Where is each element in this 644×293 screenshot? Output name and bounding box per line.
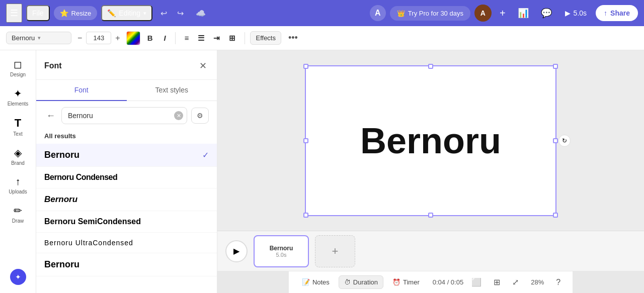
font-size-input[interactable]: [86, 32, 111, 44]
magic-icon: ✦: [10, 269, 26, 285]
effects-button[interactable]: Effects: [250, 31, 281, 45]
sidebar-item-brand[interactable]: ◈ Brand: [2, 143, 34, 170]
font-filter-button[interactable]: ⚙: [191, 108, 209, 124]
font-list-item-bernoru-last[interactable]: Bernoru: [36, 253, 217, 276]
sidebar-item-elements[interactable]: ✦ Elements: [2, 83, 34, 111]
timeline-play-button[interactable]: ▶: [225, 240, 248, 262]
increase-size-button[interactable]: +: [112, 32, 123, 45]
help-button[interactable]: ?: [552, 275, 565, 289]
chevron-down-icon: ▾: [38, 35, 41, 41]
font-list-item-bernoru-semi[interactable]: Bernoru SemiCondensed: [36, 211, 217, 233]
font-back-button[interactable]: ←: [44, 109, 57, 123]
notes-icon: 📝: [302, 278, 310, 286]
timer-button[interactable]: ⏰ Timer: [387, 276, 425, 288]
text-icon: T: [15, 117, 21, 130]
font-list-item-bernoru-bold[interactable]: Bernoru: [36, 188, 217, 211]
analytics-button[interactable]: 📊: [514, 5, 533, 22]
expand-button[interactable]: ⤢: [508, 275, 523, 289]
handle-bottom-right[interactable]: [553, 213, 558, 218]
font-panel-header: Font ✕: [36, 50, 217, 80]
font-search-input[interactable]: [61, 107, 187, 124]
font-panel-close-button[interactable]: ✕: [197, 58, 209, 73]
font-search-clear-button[interactable]: ✕: [174, 111, 183, 120]
font-panel-title: Font: [44, 61, 62, 70]
brand-icon: ◈: [14, 147, 22, 159]
sidebar-item-design[interactable]: ◻ Design: [2, 54, 34, 81]
elements-icon: ✦: [14, 87, 22, 100]
handle-bottom-left[interactable]: [303, 213, 308, 218]
main-content: ◻ Design ✦ Elements T Text ◈ Brand ↑ Upl…: [0, 50, 644, 293]
redo-button[interactable]: ↪: [173, 6, 188, 21]
more-options-button[interactable]: •••: [284, 31, 302, 45]
decrease-size-button[interactable]: −: [74, 32, 85, 45]
selected-checkmark: ✓: [202, 150, 209, 160]
plus-icon: +: [332, 245, 339, 258]
editing-button[interactable]: ✏️ Editing ▾: [101, 5, 152, 21]
comment-button[interactable]: 💬: [537, 5, 556, 22]
uploads-label: Uploads: [9, 189, 27, 194]
hamburger-button[interactable]: ☰: [6, 4, 22, 23]
italic-button[interactable]: I: [160, 31, 170, 45]
font-list-item-bernoru-ultra[interactable]: Bernoru UltraCondensed: [36, 233, 217, 253]
table-button[interactable]: ⊞: [225, 31, 239, 45]
try-pro-button[interactable]: 👑 Try Pro for 30 days: [390, 6, 470, 21]
font-list-item-bernoru-condensed[interactable]: Bernoru Condensed: [36, 167, 217, 188]
center-a-badge: A: [370, 5, 386, 21]
elements-label: Elements: [8, 101, 29, 107]
undo-button[interactable]: ↩: [156, 6, 171, 21]
sidebar-item-text[interactable]: T Text: [2, 113, 34, 141]
timeline-card[interactable]: Bernoru 5.0s: [254, 235, 309, 267]
chevron-down-icon: ▾: [143, 10, 146, 17]
indent-button[interactable]: ⇥: [209, 31, 224, 45]
canvas-area: Bernoru ↻ ▶ Bernoru 5.0s + 📝 Notes: [217, 50, 644, 293]
tab-font[interactable]: Font: [36, 80, 127, 101]
canvas-text[interactable]: Bernoru: [360, 120, 501, 161]
font-name-bernoru-ultra: Bernoru UltraCondensed: [44, 239, 133, 247]
handle-top-right[interactable]: [553, 64, 558, 69]
canvas-stage[interactable]: Bernoru ↻: [217, 50, 644, 231]
time-display: 0:04 / 0:05: [433, 278, 463, 286]
handle-top-left[interactable]: [303, 64, 308, 69]
navbar: ☰ File ⭐ Resize ✏️ Editing ▾ ↩ ↪ ☁️ A 👑 …: [0, 0, 644, 26]
bold-button[interactable]: B: [143, 31, 157, 45]
handle-top-middle[interactable]: [428, 64, 433, 69]
uploads-icon: ↑: [16, 176, 21, 187]
brand-label: Brand: [11, 160, 25, 166]
notes-button[interactable]: 📝 Notes: [297, 276, 335, 288]
magic-button[interactable]: ☁️: [192, 6, 210, 21]
handle-middle-right[interactable]: [553, 138, 558, 143]
font-a-icon: A: [370, 5, 386, 21]
share-button[interactable]: ↑ Share: [596, 5, 638, 21]
timeline: ▶ Bernoru 5.0s +: [217, 231, 644, 271]
text-color-button[interactable]: [126, 31, 140, 45]
duration-icon: ⏱: [344, 278, 351, 286]
handle-middle-left[interactable]: [303, 138, 308, 143]
toolbar-separator: [175, 32, 176, 44]
add-button[interactable]: +: [496, 6, 510, 21]
selected-font-name: Bernoru: [12, 34, 35, 42]
user-avatar[interactable]: A: [474, 5, 492, 22]
rotate-handle[interactable]: ↻: [558, 135, 571, 147]
font-size-group: − +: [74, 32, 123, 45]
duration-button[interactable]: ⏱ Duration: [339, 275, 383, 289]
resize-button[interactable]: ⭐ Resize: [54, 6, 98, 20]
screen-layout-button[interactable]: ⬜: [467, 275, 486, 289]
font-name-bernoru-bold: Bernoru: [44, 194, 77, 205]
handle-bottom-middle[interactable]: [428, 213, 433, 218]
grid-view-button[interactable]: ⊞: [490, 275, 504, 289]
secondary-toolbar: Bernoru ▾ − + B I ≡ ☰ ⇥ ⊞ Effects •••: [0, 26, 644, 50]
preview-play-button[interactable]: ▶ 5.0s: [560, 6, 592, 20]
toolbar-separator-2: [245, 32, 245, 44]
file-button[interactable]: File: [26, 5, 50, 21]
timeline-add-button[interactable]: +: [315, 235, 355, 267]
font-list-item-bernoru[interactable]: Bernoru✓: [36, 144, 217, 167]
tab-text-styles[interactable]: Text styles: [127, 80, 217, 101]
list-button[interactable]: ☰: [194, 31, 208, 45]
sidebar-item-draw[interactable]: ✏ Draw: [2, 201, 34, 228]
align-left-button[interactable]: ≡: [181, 31, 193, 45]
play-icon: ▶: [565, 9, 571, 17]
font-selector[interactable]: Bernoru ▾: [6, 32, 71, 44]
sidebar-item-magic[interactable]: ✦: [2, 265, 34, 289]
font-tabs: Font Text styles: [36, 80, 217, 101]
sidebar-item-uploads[interactable]: ↑ Uploads: [2, 172, 34, 199]
